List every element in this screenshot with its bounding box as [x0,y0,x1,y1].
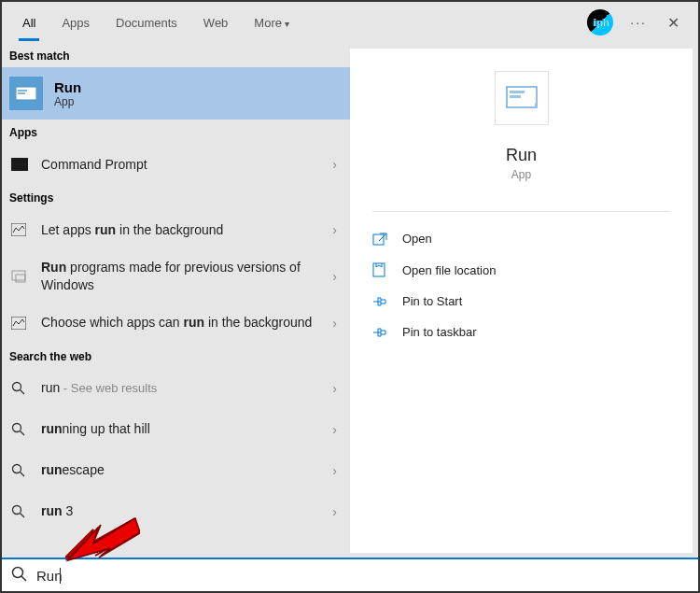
more-options-button[interactable]: ··· [630,15,647,30]
chevron-right-icon: › [332,316,341,331]
svg-rect-18 [510,95,521,98]
search-input[interactable] [36,568,689,584]
svg-line-22 [21,576,26,581]
result-web-running-up[interactable]: running up that hill › [2,409,350,450]
section-header-settings: Settings [2,185,350,209]
result-label: running up that hill [41,420,319,438]
chevron-right-icon: › [332,157,341,172]
result-label: Run programs made for previous versions … [41,259,319,294]
action-label: Open file location [402,263,496,277]
result-label: Choose which apps can run in the backgro… [41,314,319,332]
tabs-bar: All Apps Documents Web More▾ ··· ✕ [2,2,698,43]
result-setting-background-apps[interactable]: Let apps run in the background › [2,209,350,250]
tab-more-label: More [254,16,282,30]
section-header-web: Search the web [2,344,350,368]
svg-rect-2 [18,92,25,94]
user-avatar[interactable] [587,9,613,35]
svg-point-14 [13,506,21,515]
svg-rect-1 [18,90,27,92]
text-cursor [60,568,61,584]
svg-point-21 [13,567,23,577]
best-match-subtitle: App [54,95,81,108]
folder-icon [372,262,389,277]
svg-line-13 [21,473,25,477]
pin-icon [372,326,389,339]
section-header-apps: Apps [2,120,350,144]
action-label: Open [402,232,432,246]
svg-rect-7 [11,317,26,330]
search-icon [11,422,28,436]
best-match-title: Run [54,79,81,95]
result-label: run - See web results [41,379,319,397]
search-icon [11,381,28,395]
search-icon [11,504,28,518]
preview-app-icon [495,71,549,125]
chevron-down-icon: ▾ [285,19,289,29]
action-open-location[interactable]: Open file location [363,254,679,286]
section-header-best-match: Best match [2,43,350,67]
settings-icon [11,223,28,236]
chevron-right-icon: › [332,463,341,478]
search-bar[interactable] [2,558,698,591]
open-icon [372,233,389,246]
results-panel: Best match Run App Apps Command Prompt ›… [2,43,350,558]
result-label: Let apps run in the background [41,221,319,239]
result-command-prompt[interactable]: Command Prompt › [2,144,350,185]
svg-rect-3 [11,158,28,171]
result-label: Command Prompt [41,156,319,174]
result-setting-choose-apps[interactable]: Choose which apps can run in the backgro… [2,303,350,344]
close-button[interactable]: ✕ [664,14,683,32]
result-web-run[interactable]: run - See web results › [2,368,350,409]
svg-line-11 [21,431,25,436]
best-match-run[interactable]: Run App [2,67,350,120]
result-web-run-3[interactable]: run 3 › [2,491,350,532]
search-icon [11,566,27,586]
chevron-right-icon: › [332,504,341,519]
cmd-icon [11,158,28,171]
action-pin-taskbar[interactable]: Pin to taskbar [363,317,679,347]
chevron-right-icon: › [332,381,341,396]
action-open[interactable]: Open [363,223,679,254]
action-pin-start[interactable]: Pin to Start [363,286,679,317]
result-label: run 3 [41,502,319,520]
search-icon [11,463,28,477]
svg-point-8 [13,383,21,391]
svg-line-9 [21,390,25,395]
chevron-right-icon: › [332,222,341,237]
action-label: Pin to taskbar [402,325,477,339]
result-label: runescape [41,461,319,479]
chevron-right-icon: › [332,269,341,284]
divider [372,211,670,212]
action-label: Pin to Start [402,294,462,308]
tab-web[interactable]: Web [190,5,242,41]
svg-rect-5 [12,271,25,280]
tab-apps[interactable]: Apps [49,5,103,41]
preview-title: Run [506,146,537,165]
svg-rect-19 [373,234,384,245]
tab-documents[interactable]: Documents [103,5,190,41]
compat-icon [11,270,28,283]
result-setting-compat[interactable]: Run programs made for previous versions … [2,250,350,303]
svg-line-15 [21,514,25,518]
chevron-right-icon: › [332,422,341,437]
tab-more[interactable]: More▾ [241,5,302,41]
svg-point-10 [13,424,21,432]
preview-subtitle: App [511,168,531,181]
preview-panel: Run App Open Open file location Pin to S… [350,49,693,553]
svg-rect-6 [16,275,25,282]
tab-all[interactable]: All [9,5,49,41]
settings-icon [11,317,28,330]
result-web-runescape[interactable]: runescape › [2,450,350,491]
svg-point-12 [13,465,21,473]
pin-icon [372,295,389,308]
svg-rect-4 [11,223,26,236]
svg-rect-17 [510,91,525,93]
run-app-icon [9,77,43,110]
